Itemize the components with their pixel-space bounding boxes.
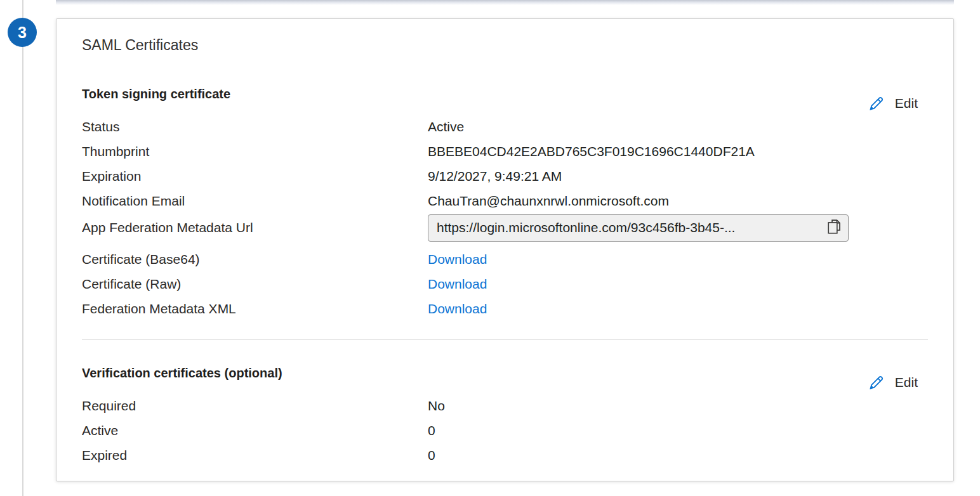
saml-sso-configuration-page: 3 SAML Certificates Token signing certif… [0, 0, 980, 496]
verification-certificates-edit-button[interactable]: Edit [867, 373, 918, 392]
required-row: Required No [82, 393, 928, 418]
certificate-raw-label: Certificate (Raw) [82, 271, 428, 296]
app-federation-metadata-url-row: App Federation Metadata Url https://logi… [82, 213, 928, 242]
status-value: Active [428, 114, 464, 139]
token-certificate-edit-button[interactable]: Edit [867, 94, 918, 113]
thumbprint-value: BBEBE04CD42E2ABD765C3F019C1696C1440DF21A [428, 139, 755, 164]
notification-email-label: Notification Email [82, 188, 428, 213]
thumbprint-label: Thumbprint [82, 139, 428, 164]
section-divider [82, 339, 928, 340]
verification-section-header: Verification certificates (optional) [82, 364, 928, 382]
expired-value: 0 [428, 443, 435, 467]
pencil-icon [867, 373, 886, 392]
active-label: Active [82, 418, 428, 443]
token-signing-certificate-section: Token signing certificate Edit Status Ac… [82, 85, 928, 321]
thumbprint-row: Thumbprint BBEBE04CD42E2ABD765C3F019C169… [82, 139, 928, 164]
expiration-label: Expiration [82, 164, 428, 188]
certificate-base64-label: Certificate (Base64) [82, 247, 428, 271]
certificate-raw-row: Certificate (Raw) Download [82, 271, 928, 296]
step-connector-line [22, 0, 23, 496]
app-federation-metadata-url-label: App Federation Metadata Url [82, 220, 428, 235]
token-certificate-details: Status Active Thumbprint BBEBE04CD42E2AB… [82, 114, 928, 321]
federation-metadata-xml-download-link[interactable]: Download [428, 296, 487, 321]
expired-row: Expired 0 [82, 443, 928, 467]
download-links-group: Certificate (Base64) Download Certificat… [82, 247, 928, 321]
verification-certificate-details: Required No Active 0 Expired 0 [82, 393, 928, 467]
certificate-raw-download-link[interactable]: Download [428, 271, 487, 296]
federation-metadata-xml-row: Federation Metadata XML Download [82, 296, 928, 321]
edit-button-label: Edit [895, 375, 918, 390]
expiration-row: Expiration 9/12/2027, 9:49:21 AM [82, 164, 928, 188]
copy-icon [826, 218, 842, 237]
token-section-header: Token signing certificate [82, 85, 928, 103]
notification-email-value: ChauTran@chaunxnrwl.onmicrosoft.com [428, 188, 669, 213]
certificate-base64-row: Certificate (Base64) Download [82, 247, 928, 271]
pencil-icon [867, 94, 886, 113]
edit-button-label: Edit [895, 96, 918, 111]
certificate-base64-download-link[interactable]: Download [428, 247, 487, 271]
app-federation-metadata-url-field[interactable]: https://login.microsoftonline.com/93c456… [428, 214, 849, 242]
step-3-badge: 3 [8, 18, 37, 47]
app-federation-metadata-url-value: https://login.microsoftonline.com/93c456… [437, 220, 821, 235]
status-row: Status Active [82, 114, 928, 139]
required-label: Required [82, 393, 428, 418]
notification-email-row: Notification Email ChauTran@chaunxnrwl.o… [82, 188, 928, 213]
federation-metadata-xml-label: Federation Metadata XML [82, 296, 428, 321]
verification-certificates-section: Verification certificates (optional) Edi… [82, 364, 928, 467]
saml-certificates-card: SAML Certificates Token signing certific… [56, 18, 954, 481]
status-label: Status [82, 114, 428, 139]
expiration-value: 9/12/2027, 9:49:21 AM [428, 164, 562, 188]
active-row: Active 0 [82, 418, 928, 443]
required-value: No [428, 393, 445, 418]
copy-url-button[interactable] [826, 218, 842, 237]
step-number: 3 [18, 23, 27, 42]
expired-label: Expired [82, 443, 428, 467]
previous-card-bottom-edge [56, 0, 954, 5]
active-value: 0 [428, 418, 435, 443]
card-title: SAML Certificates [82, 36, 928, 54]
